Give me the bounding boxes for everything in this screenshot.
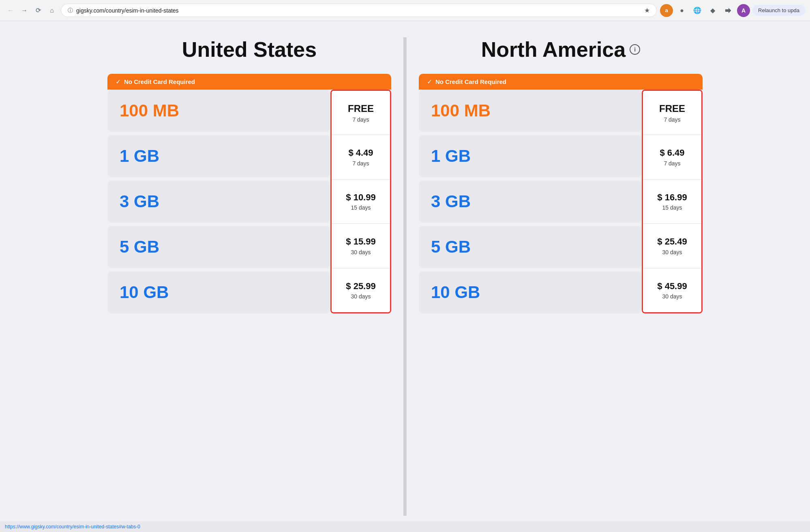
price-cell-na-0[interactable]: FREE7 days	[643, 91, 701, 135]
extensions-btn-a[interactable]: a	[660, 4, 673, 17]
data-cell-na-0[interactable]: 100 MB	[419, 90, 642, 132]
data-amount-us-1: 1 GB	[120, 146, 159, 166]
browser-actions: a ● 🌐 ◆ 🠲 A Relaunch to upda	[660, 4, 805, 17]
data-cell-us-1[interactable]: 1 GB	[107, 135, 330, 177]
lock-icon: ⓘ	[68, 7, 73, 14]
status-bar: https://www.gigsky.com/country/esim-in-u…	[0, 521, 810, 532]
price-days-us-2: 15 days	[351, 204, 371, 211]
browser-chrome: ← → ⟳ ⌂ ⓘ gigsky.com/country/esim-in-uni…	[0, 0, 810, 21]
price-cell-us-2[interactable]: $ 10.9915 days	[332, 180, 390, 224]
price-amount-us-4: $ 25.99	[346, 281, 375, 292]
plan-table-us: ✓No Credit Card Required100 MB1 GB3 GB5 …	[107, 74, 391, 313]
plan-table-na: ✓No Credit Card Required100 MB1 GB3 GB5 …	[419, 74, 703, 313]
data-cell-us-3[interactable]: 5 GB	[107, 226, 330, 268]
data-amount-us-2: 3 GB	[120, 192, 159, 211]
data-cell-us-0[interactable]: 100 MB	[107, 90, 330, 132]
price-column-us: FREE7 days$ 4.497 days$ 10.9915 days$ 15…	[330, 90, 391, 313]
no-credit-card-header-us: ✓No Credit Card Required	[107, 74, 391, 90]
data-amount-na-2: 3 GB	[431, 192, 471, 211]
nav-buttons: ← → ⟳ ⌂	[5, 5, 58, 16]
price-days-us-0: 7 days	[352, 116, 369, 123]
plan-section-us: United States✓No Credit Card Required100…	[107, 37, 391, 516]
extensions-btn-puzzle[interactable]: 🠲	[722, 4, 735, 17]
url-text: gigsky.com/country/esim-in-united-states	[76, 7, 641, 14]
profile-avatar[interactable]: A	[737, 4, 750, 17]
data-cell-na-4[interactable]: 10 GB	[419, 271, 642, 313]
data-cell-na-3[interactable]: 5 GB	[419, 226, 642, 268]
price-amount-us-2: $ 10.99	[346, 192, 375, 203]
data-amount-us-4: 10 GB	[120, 283, 169, 302]
page-content: United States✓No Credit Card Required100…	[0, 21, 810, 532]
data-column-na: 100 MB1 GB3 GB5 GB10 GB	[419, 90, 642, 313]
data-amount-us-3: 5 GB	[120, 237, 159, 257]
price-days-na-1: 7 days	[664, 160, 680, 167]
price-amount-na-1: $ 6.49	[660, 148, 684, 158]
price-days-na-3: 30 days	[662, 249, 682, 255]
section-title-us: United States	[107, 37, 391, 62]
price-cell-us-1[interactable]: $ 4.497 days	[332, 135, 390, 179]
data-cell-na-1[interactable]: 1 GB	[419, 135, 642, 177]
plan-rows-us: 100 MB1 GB3 GB5 GB10 GBFREE7 days$ 4.497…	[107, 90, 391, 313]
price-cell-us-0[interactable]: FREE7 days	[332, 91, 390, 135]
data-cell-us-2[interactable]: 3 GB	[107, 180, 330, 223]
price-cell-us-4[interactable]: $ 25.9930 days	[332, 268, 390, 312]
data-column-us: 100 MB1 GB3 GB5 GB10 GB	[107, 90, 330, 313]
price-column-na: FREE7 days$ 6.497 days$ 16.9915 days$ 25…	[642, 90, 703, 313]
forward-button[interactable]: →	[19, 5, 30, 16]
plan-rows-na: 100 MB1 GB3 GB5 GB10 GBFREE7 days$ 6.497…	[419, 90, 703, 313]
data-amount-na-4: 10 GB	[431, 283, 480, 302]
price-cell-na-3[interactable]: $ 25.4930 days	[643, 224, 701, 268]
price-amount-na-4: $ 45.99	[657, 281, 687, 292]
no-credit-card-text: No Credit Card Required	[124, 78, 195, 85]
reload-button[interactable]: ⟳	[32, 5, 44, 16]
extensions-btn-g[interactable]: ◆	[706, 4, 719, 17]
data-amount-na-1: 1 GB	[431, 146, 471, 166]
info-icon[interactable]: i	[630, 44, 640, 55]
check-icon: ✓	[427, 78, 432, 86]
price-amount-na-2: $ 16.99	[657, 192, 687, 203]
section-title-na: North Americai	[419, 37, 703, 62]
price-cell-na-2[interactable]: $ 16.9915 days	[643, 180, 701, 224]
price-amount-us-1: $ 4.49	[348, 148, 373, 158]
price-days-na-2: 15 days	[662, 204, 682, 211]
price-cell-us-3[interactable]: $ 15.9930 days	[332, 224, 390, 268]
price-column-inner-us: FREE7 days$ 4.497 days$ 10.9915 days$ 15…	[330, 90, 391, 313]
extensions-btn-edge[interactable]: ●	[675, 4, 688, 17]
data-amount-na-3: 5 GB	[431, 237, 471, 257]
back-button[interactable]: ←	[5, 5, 16, 16]
extensions-btn-translate[interactable]: 🌐	[691, 4, 704, 17]
price-days-na-4: 30 days	[662, 293, 682, 300]
price-days-us-1: 7 days	[352, 160, 369, 167]
price-amount-na-0: FREE	[659, 103, 685, 115]
price-cell-na-4[interactable]: $ 45.9930 days	[643, 268, 701, 312]
check-icon: ✓	[116, 78, 121, 86]
price-amount-us-3: $ 15.99	[346, 236, 375, 247]
no-credit-card-header-na: ✓No Credit Card Required	[419, 74, 703, 90]
plan-section-na: North Americai✓No Credit Card Required10…	[419, 37, 703, 516]
no-credit-card-text: No Credit Card Required	[435, 78, 506, 85]
price-column-inner-na: FREE7 days$ 6.497 days$ 16.9915 days$ 25…	[642, 90, 703, 313]
home-button[interactable]: ⌂	[46, 5, 58, 16]
price-amount-us-0: FREE	[348, 103, 374, 115]
price-days-us-4: 30 days	[351, 293, 371, 300]
bookmark-icon: ★	[644, 6, 650, 14]
address-bar[interactable]: ⓘ gigsky.com/country/esim-in-united-stat…	[61, 4, 657, 17]
price-cell-na-1[interactable]: $ 6.497 days	[643, 135, 701, 179]
price-amount-na-3: $ 25.49	[657, 236, 687, 247]
data-amount-us-0: 100 MB	[120, 101, 179, 120]
price-days-na-0: 7 days	[664, 116, 680, 123]
data-amount-na-0: 100 MB	[431, 101, 491, 120]
price-days-us-3: 30 days	[351, 249, 371, 255]
section-divider	[403, 37, 407, 516]
relaunch-button[interactable]: Relaunch to upda	[752, 5, 805, 16]
data-cell-us-4[interactable]: 10 GB	[107, 271, 330, 313]
data-cell-na-2[interactable]: 3 GB	[419, 180, 642, 223]
